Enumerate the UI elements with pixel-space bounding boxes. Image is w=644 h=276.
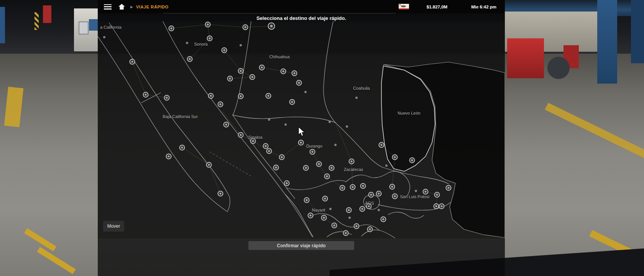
quick-travel-map[interactable] (98, 0, 505, 276)
city-marker[interactable] (354, 224, 359, 229)
city-marker[interactable] (292, 71, 297, 76)
city-marker[interactable] (369, 192, 374, 197)
city-marker[interactable] (218, 102, 223, 107)
city-marker[interactable] (130, 59, 135, 64)
city-marker[interactable] (238, 69, 243, 74)
city-marker[interactable] (361, 184, 366, 189)
city-marker[interactable] (308, 213, 313, 218)
city-marker[interactable] (390, 184, 395, 189)
city-marker[interactable] (317, 162, 322, 167)
breadcrumb: VIAJE RÁPIDO (136, 5, 169, 9)
city-marker[interactable] (446, 186, 451, 191)
city-marker[interactable] (263, 144, 268, 149)
money-balance: $1.827,0M (427, 5, 447, 9)
city-marker[interactable] (435, 192, 440, 197)
city-marker[interactable] (360, 207, 365, 212)
town-dot (103, 36, 105, 38)
city-marker[interactable] (238, 133, 243, 138)
city-marker[interactable] (393, 155, 398, 160)
home-button[interactable] (118, 4, 125, 10)
city-marker[interactable] (379, 143, 384, 148)
city-marker[interactable] (297, 80, 302, 85)
city-marker[interactable] (266, 94, 271, 99)
town-dot (348, 217, 351, 219)
city-marker[interactable] (218, 191, 223, 196)
city-marker[interactable] (350, 185, 355, 190)
blue-pillar (0, 7, 5, 43)
city-marker[interactable] (274, 165, 279, 170)
city-marker[interactable] (323, 196, 328, 201)
city-marker[interactable] (439, 204, 444, 209)
city-marker[interactable] (180, 145, 185, 150)
city-marker[interactable] (251, 139, 256, 144)
town-dot (284, 123, 287, 126)
quick-travel-panel: ▶ VIAJE RÁPIDO $1.827,0M Mie 6:42 pm Sel… (98, 0, 505, 276)
city-marker[interactable] (349, 159, 354, 164)
city-marker[interactable] (434, 204, 439, 209)
city-marker[interactable] (340, 186, 345, 191)
city-marker[interactable] (222, 48, 227, 53)
city-marker[interactable] (207, 36, 212, 41)
city-marker[interactable] (260, 65, 264, 70)
city-marker[interactable] (368, 227, 373, 232)
city-marker[interactable] (322, 215, 327, 220)
city-marker[interactable] (332, 223, 337, 228)
home-icon (118, 4, 125, 10)
town-dot (334, 144, 337, 146)
instruction-text: Selecciona el destino del viaje rápido. (98, 15, 505, 21)
city-marker[interactable] (325, 174, 330, 179)
city-marker[interactable] (268, 23, 275, 30)
menu-icon[interactable] (104, 4, 112, 10)
blue-column (597, 0, 617, 84)
city-marker[interactable] (393, 194, 398, 199)
city-marker[interactable] (376, 191, 381, 196)
city-marker[interactable] (250, 75, 255, 80)
city-marker[interactable] (207, 163, 212, 168)
city-marker[interactable] (279, 155, 284, 160)
fire-extinguisher-box (43, 5, 51, 23)
city-marker[interactable] (423, 189, 428, 194)
city-marker[interactable] (164, 95, 169, 100)
town-dot (378, 209, 380, 211)
town-dot (304, 91, 307, 93)
city-marker[interactable] (228, 76, 233, 81)
red-tool-cabinet (507, 38, 544, 78)
town-dot (329, 121, 331, 123)
city-marker[interactable] (243, 25, 248, 30)
city-marker[interactable] (209, 94, 214, 99)
city-marker[interactable] (169, 26, 174, 31)
city-marker[interactable] (304, 166, 309, 171)
move-map-button[interactable]: Mover (103, 221, 124, 232)
town-dot (240, 44, 242, 46)
city-marker[interactable] (343, 231, 348, 236)
city-marker[interactable] (329, 166, 334, 171)
city-marker[interactable] (284, 181, 289, 186)
california-flag-icon (399, 4, 409, 10)
city-marker[interactable] (281, 69, 286, 74)
top-bar: ▶ VIAJE RÁPIDO $1.827,0M Mie 6:42 pm (98, 0, 505, 13)
city-marker[interactable] (205, 22, 210, 27)
city-marker[interactable] (310, 150, 315, 154)
town-dot (415, 190, 417, 192)
city-marker[interactable] (143, 92, 148, 97)
city-marker[interactable] (224, 122, 229, 127)
town-dot (346, 125, 348, 128)
city-marker[interactable] (304, 198, 309, 203)
city-marker[interactable] (290, 100, 295, 105)
confirm-quick-travel-button[interactable]: Confirmar viaje rápido (248, 241, 354, 250)
city-marker[interactable] (187, 57, 192, 62)
hose-reel (547, 57, 570, 79)
town-dot (186, 42, 188, 44)
city-marker[interactable] (267, 149, 272, 154)
town-dot (385, 164, 388, 167)
town-dot (355, 97, 358, 99)
hazard-stripe-panel (34, 12, 39, 30)
city-marker[interactable] (366, 204, 371, 209)
city-marker[interactable] (166, 154, 171, 159)
city-marker[interactable] (410, 158, 415, 163)
city-marker[interactable] (381, 217, 386, 222)
city-marker[interactable] (299, 140, 304, 145)
city-marker[interactable] (238, 94, 243, 99)
city-marker[interactable] (347, 208, 352, 213)
ibc-tank (79, 21, 89, 34)
